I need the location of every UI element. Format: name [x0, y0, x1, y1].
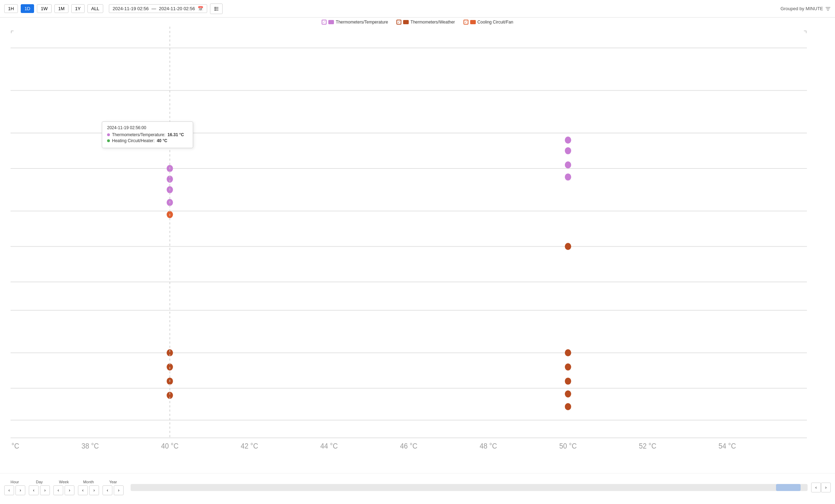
svg-point-50 [565, 243, 571, 250]
nav-arrows-day: ‹ › [29, 485, 50, 495]
btn-all[interactable]: ALL [87, 4, 103, 13]
nav-arrows-hour: ‹ › [4, 485, 25, 495]
scroll-next-button[interactable]: › [821, 483, 831, 492]
nav-prev-week[interactable]: ‹ [53, 485, 63, 495]
nav-prev-day[interactable]: ‹ [29, 485, 39, 495]
nav-arrows-week: ‹ › [53, 485, 74, 495]
nav-group-month: Month ‹ › [78, 480, 99, 495]
legend-check-temperature: ✓ [322, 20, 327, 25]
nav-arrows-year: ‹ › [103, 485, 124, 495]
nav-next-day[interactable]: › [40, 485, 50, 495]
toolbar: 1H 1D 1W 1M 1Y ALL 2024-11-19 02:56 — 20… [0, 0, 835, 18]
nav-label-month: Month [83, 480, 94, 484]
legend-item-temperature[interactable]: ✓ Thermometers/Temperature [322, 20, 388, 25]
nav-next-week[interactable]: › [65, 485, 74, 495]
nav-label-week: Week [59, 480, 69, 484]
nav-arrows-month: ‹ › [78, 485, 99, 495]
svg-point-5 [215, 9, 216, 11]
legend-check-weather: ✓ [396, 20, 401, 25]
btn-1w[interactable]: 1W [37, 4, 52, 13]
date-end: 2024-11-20 02:56 [159, 6, 195, 11]
svg-text:54 °C: 54 °C [718, 442, 736, 450]
svg-point-56 [565, 364, 571, 371]
btn-1h[interactable]: 1H [4, 4, 18, 13]
nav-next-month[interactable]: › [89, 485, 99, 495]
svg-point-46 [565, 137, 571, 144]
svg-text:38 °C: 38 °C [81, 442, 99, 450]
list-icon-button[interactable] [210, 4, 223, 14]
svg-text:46 °C: 46 °C [400, 442, 418, 450]
legend-color-cooling [470, 20, 476, 24]
legend-color-weather [403, 20, 409, 24]
btn-1d[interactable]: 1D [21, 4, 34, 13]
svg-text:52 °C: 52 °C [639, 442, 657, 450]
date-range-picker[interactable]: 2024-11-19 02:56 — 2024-11-20 02:56 📅 [109, 4, 207, 13]
grouped-by-label: Grouped by MINUTE [781, 6, 831, 12]
legend-item-weather[interactable]: ✓ Thermometers/Weather [396, 20, 455, 25]
chart-container: 200 °C 0 °C 5 °C 0 °C 5 °C 0 °C 200 rpm … [0, 27, 835, 473]
nav-group-week: Week ‹ › [53, 480, 74, 495]
nav-group-day: Day ‹ › [29, 480, 50, 495]
nav-label-day: Day [36, 480, 43, 484]
grouped-label-text: Grouped by MINUTE [781, 6, 823, 11]
svg-text:40 °C: 40 °C [161, 442, 179, 450]
y-axis-right [807, 27, 835, 452]
svg-text:48 °C: 48 °C [480, 442, 497, 450]
svg-point-4 [215, 8, 216, 9]
scroll-prev-button[interactable]: ‹ [811, 483, 821, 492]
legend-item-cooling[interactable]: ✓ Cooling Circuit/Fan [463, 20, 513, 25]
nav-prev-hour[interactable]: ‹ [4, 485, 14, 495]
svg-point-59 [565, 403, 571, 410]
nav-prev-month[interactable]: ‹ [78, 485, 88, 495]
chart-plot-area: 200 °C 0 °C 5 °C 0 °C 5 °C 0 °C 200 rpm … [11, 27, 807, 452]
y-axis-left [0, 27, 11, 452]
legend-label-cooling: Cooling Circuit/Fan [478, 20, 513, 25]
nav-next-year[interactable]: › [114, 485, 124, 495]
grouped-settings-icon [825, 6, 831, 12]
date-start: 2024-11-19 02:56 [113, 6, 149, 11]
bottom-navigation: Hour ‹ › Day ‹ › Week ‹ › Month ‹ › Year… [0, 473, 835, 501]
legend-color-temperature [328, 20, 334, 24]
nav-group-year: Year ‹ › [103, 480, 124, 495]
list-view-icon [213, 6, 219, 12]
svg-point-57 [565, 378, 571, 385]
svg-point-49 [565, 173, 571, 180]
legend-check-cooling: ✓ [463, 20, 468, 25]
svg-text:36 °C: 36 °C [11, 442, 19, 450]
nav-label-hour: Hour [11, 480, 19, 484]
nav-next-hour[interactable]: › [15, 485, 25, 495]
svg-text:44 °C: 44 °C [320, 442, 338, 450]
svg-point-48 [565, 161, 571, 168]
svg-text:50 °C: 50 °C [559, 442, 577, 450]
chart-legend: ✓ Thermometers/Temperature ✓ Thermometer… [0, 18, 835, 27]
date-separator: — [152, 6, 156, 11]
btn-1m[interactable]: 1M [54, 4, 68, 13]
nav-group-hour: Hour ‹ › [4, 480, 25, 495]
legend-label-temperature: Thermometers/Temperature [336, 20, 388, 25]
btn-1y[interactable]: 1Y [71, 4, 85, 13]
svg-point-58 [565, 390, 571, 397]
chart-svg: 200 °C 0 °C 5 °C 0 °C 5 °C 0 °C 200 rpm … [11, 27, 807, 452]
svg-point-3 [215, 7, 216, 8]
scrollbar-thumb[interactable] [776, 484, 801, 491]
legend-label-weather: Thermometers/Weather [410, 20, 455, 25]
calendar-icon: 📅 [198, 6, 203, 11]
timeline-scrollbar[interactable] [131, 484, 808, 491]
nav-label-year: Year [109, 480, 117, 484]
nav-prev-year[interactable]: ‹ [103, 485, 112, 495]
svg-text:42 °C: 42 °C [241, 442, 258, 450]
svg-point-55 [565, 349, 571, 356]
svg-point-47 [565, 147, 571, 154]
